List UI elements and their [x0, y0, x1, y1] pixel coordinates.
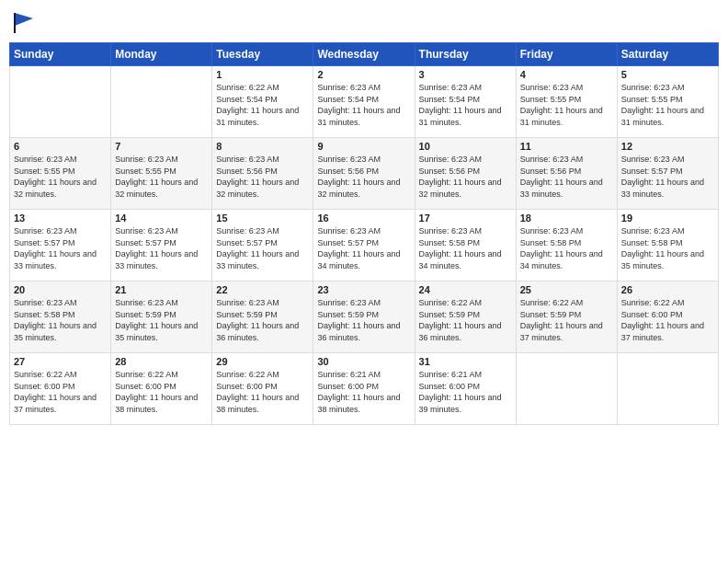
- day-detail: Sunrise: 6:23 AMSunset: 5:58 PMDaylight:…: [520, 225, 613, 271]
- day-number: 9: [317, 141, 410, 152]
- day-detail: Sunrise: 6:22 AMSunset: 5:59 PMDaylight:…: [520, 297, 613, 343]
- calendar-week-5: 27Sunrise: 6:22 AMSunset: 6:00 PMDayligh…: [10, 353, 719, 425]
- day-detail: Sunrise: 6:23 AMSunset: 5:58 PMDaylight:…: [621, 225, 714, 271]
- calendar-table: SundayMondayTuesdayWednesdayThursdayFrid…: [9, 42, 719, 425]
- day-number: 13: [14, 213, 107, 224]
- day-number: 8: [216, 141, 309, 152]
- day-number: 21: [115, 284, 208, 295]
- day-detail: Sunrise: 6:22 AMSunset: 6:00 PMDaylight:…: [115, 369, 208, 415]
- day-detail: Sunrise: 6:23 AMSunset: 5:56 PMDaylight:…: [520, 154, 613, 200]
- day-number: 24: [419, 284, 512, 295]
- day-detail: Sunrise: 6:22 AMSunset: 5:59 PMDaylight:…: [419, 297, 512, 343]
- calendar-cell: 6Sunrise: 6:23 AMSunset: 5:55 PMDaylight…: [10, 138, 111, 210]
- day-detail: Sunrise: 6:23 AMSunset: 5:57 PMDaylight:…: [216, 225, 309, 271]
- calendar-cell: 9Sunrise: 6:23 AMSunset: 5:56 PMDaylight…: [313, 138, 415, 210]
- calendar-cell: 22Sunrise: 6:23 AMSunset: 5:59 PMDayligh…: [212, 282, 313, 353]
- day-detail: Sunrise: 6:23 AMSunset: 5:56 PMDaylight:…: [317, 154, 410, 200]
- calendar-cell: 8Sunrise: 6:23 AMSunset: 5:56 PMDaylight…: [212, 138, 313, 210]
- day-detail: Sunrise: 6:23 AMSunset: 5:55 PMDaylight:…: [520, 82, 613, 128]
- calendar-cell: [111, 66, 212, 138]
- calendar-cell: 20Sunrise: 6:23 AMSunset: 5:58 PMDayligh…: [10, 282, 111, 353]
- calendar-cell: 19Sunrise: 6:23 AMSunset: 5:58 PMDayligh…: [617, 210, 718, 282]
- day-number: 20: [14, 284, 107, 295]
- day-detail: Sunrise: 6:23 AMSunset: 5:57 PMDaylight:…: [14, 225, 107, 271]
- day-detail: Sunrise: 6:23 AMSunset: 5:56 PMDaylight:…: [419, 154, 512, 200]
- day-number: 11: [520, 141, 613, 152]
- calendar-cell: 18Sunrise: 6:23 AMSunset: 5:58 PMDayligh…: [516, 210, 617, 282]
- calendar-cell: 1Sunrise: 6:22 AMSunset: 5:54 PMDaylight…: [212, 66, 313, 138]
- calendar-week-1: 1Sunrise: 6:22 AMSunset: 5:54 PMDaylight…: [10, 66, 719, 138]
- day-number: 26: [621, 284, 714, 295]
- calendar-cell: 24Sunrise: 6:22 AMSunset: 5:59 PMDayligh…: [415, 282, 516, 353]
- day-number: 31: [419, 356, 512, 367]
- calendar-cell: 27Sunrise: 6:22 AMSunset: 6:00 PMDayligh…: [10, 353, 111, 425]
- day-detail: Sunrise: 6:23 AMSunset: 5:59 PMDaylight:…: [115, 297, 208, 343]
- day-number: 16: [317, 213, 410, 224]
- logo-flag-icon: [11, 9, 37, 35]
- day-detail: Sunrise: 6:23 AMSunset: 5:58 PMDaylight:…: [14, 297, 107, 343]
- day-number: 7: [115, 141, 208, 152]
- day-detail: Sunrise: 6:22 AMSunset: 6:00 PMDaylight:…: [216, 369, 309, 415]
- day-number: 19: [621, 213, 714, 224]
- weekday-header-friday: Friday: [516, 43, 617, 66]
- calendar-cell: 21Sunrise: 6:23 AMSunset: 5:59 PMDayligh…: [111, 282, 212, 353]
- calendar-cell: 2Sunrise: 6:23 AMSunset: 5:54 PMDaylight…: [313, 66, 415, 138]
- day-number: 25: [520, 284, 613, 295]
- day-number: 27: [14, 356, 107, 367]
- day-number: 5: [621, 69, 714, 80]
- calendar-week-3: 13Sunrise: 6:23 AMSunset: 5:57 PMDayligh…: [10, 210, 719, 282]
- weekday-header-row: SundayMondayTuesdayWednesdayThursdayFrid…: [10, 43, 719, 66]
- calendar-week-4: 20Sunrise: 6:23 AMSunset: 5:58 PMDayligh…: [10, 282, 719, 353]
- day-detail: Sunrise: 6:23 AMSunset: 5:59 PMDaylight:…: [216, 297, 309, 343]
- calendar-cell: 17Sunrise: 6:23 AMSunset: 5:58 PMDayligh…: [415, 210, 516, 282]
- day-number: 28: [115, 356, 208, 367]
- calendar-cell: 29Sunrise: 6:22 AMSunset: 6:00 PMDayligh…: [212, 353, 313, 425]
- page: SundayMondayTuesdayWednesdayThursdayFrid…: [0, 0, 728, 563]
- day-detail: Sunrise: 6:22 AMSunset: 5:54 PMDaylight:…: [216, 82, 309, 128]
- day-detail: Sunrise: 6:23 AMSunset: 5:56 PMDaylight:…: [216, 154, 309, 200]
- calendar-cell: 26Sunrise: 6:22 AMSunset: 6:00 PMDayligh…: [617, 282, 718, 353]
- day-number: 23: [317, 284, 410, 295]
- calendar-cell: 15Sunrise: 6:23 AMSunset: 5:57 PMDayligh…: [212, 210, 313, 282]
- day-number: 1: [216, 69, 309, 80]
- day-detail: Sunrise: 6:23 AMSunset: 5:54 PMDaylight:…: [419, 82, 512, 128]
- day-detail: Sunrise: 6:21 AMSunset: 6:00 PMDaylight:…: [419, 369, 512, 415]
- day-detail: Sunrise: 6:22 AMSunset: 6:00 PMDaylight:…: [621, 297, 714, 343]
- calendar-cell: 7Sunrise: 6:23 AMSunset: 5:55 PMDaylight…: [111, 138, 212, 210]
- calendar-cell: [617, 353, 718, 425]
- day-number: 3: [419, 69, 512, 80]
- day-detail: Sunrise: 6:23 AMSunset: 5:58 PMDaylight:…: [419, 225, 512, 271]
- logo: [9, 9, 37, 35]
- weekday-header-saturday: Saturday: [617, 43, 718, 66]
- calendar-cell: [10, 66, 111, 138]
- calendar-cell: 28Sunrise: 6:22 AMSunset: 6:00 PMDayligh…: [111, 353, 212, 425]
- calendar-week-2: 6Sunrise: 6:23 AMSunset: 5:55 PMDaylight…: [10, 138, 719, 210]
- day-number: 4: [520, 69, 613, 80]
- calendar-cell: 30Sunrise: 6:21 AMSunset: 6:00 PMDayligh…: [313, 353, 415, 425]
- calendar-cell: [516, 353, 617, 425]
- svg-marker-0: [15, 13, 33, 26]
- calendar-cell: 4Sunrise: 6:23 AMSunset: 5:55 PMDaylight…: [516, 66, 617, 138]
- day-number: 14: [115, 213, 208, 224]
- day-detail: Sunrise: 6:23 AMSunset: 5:59 PMDaylight:…: [317, 297, 410, 343]
- day-detail: Sunrise: 6:23 AMSunset: 5:55 PMDaylight:…: [14, 154, 107, 200]
- day-detail: Sunrise: 6:23 AMSunset: 5:57 PMDaylight:…: [317, 225, 410, 271]
- day-number: 17: [419, 213, 512, 224]
- calendar-cell: 23Sunrise: 6:23 AMSunset: 5:59 PMDayligh…: [313, 282, 415, 353]
- calendar-cell: 5Sunrise: 6:23 AMSunset: 5:55 PMDaylight…: [617, 66, 718, 138]
- day-number: 18: [520, 213, 613, 224]
- weekday-header-sunday: Sunday: [10, 43, 111, 66]
- calendar-cell: 12Sunrise: 6:23 AMSunset: 5:57 PMDayligh…: [617, 138, 718, 210]
- calendar-cell: 16Sunrise: 6:23 AMSunset: 5:57 PMDayligh…: [313, 210, 415, 282]
- weekday-header-thursday: Thursday: [415, 43, 516, 66]
- weekday-header-wednesday: Wednesday: [313, 43, 415, 66]
- day-detail: Sunrise: 6:23 AMSunset: 5:54 PMDaylight:…: [317, 82, 410, 128]
- calendar-cell: 14Sunrise: 6:23 AMSunset: 5:57 PMDayligh…: [111, 210, 212, 282]
- day-number: 30: [317, 356, 410, 367]
- calendar-cell: 10Sunrise: 6:23 AMSunset: 5:56 PMDayligh…: [415, 138, 516, 210]
- day-detail: Sunrise: 6:21 AMSunset: 6:00 PMDaylight:…: [317, 369, 410, 415]
- day-detail: Sunrise: 6:22 AMSunset: 6:00 PMDaylight:…: [14, 369, 107, 415]
- day-number: 2: [317, 69, 410, 80]
- day-detail: Sunrise: 6:23 AMSunset: 5:57 PMDaylight:…: [115, 225, 208, 271]
- day-number: 6: [14, 141, 107, 152]
